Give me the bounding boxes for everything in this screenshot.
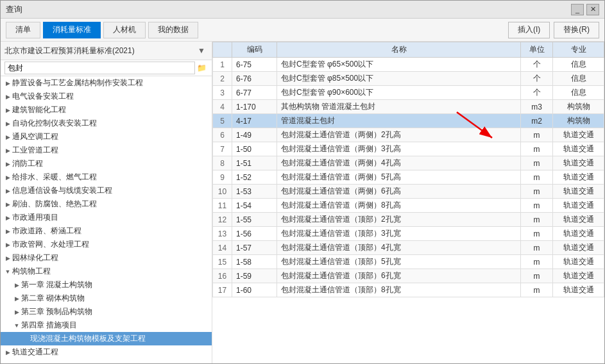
cell-code: 1-49: [232, 128, 277, 142]
tree-item[interactable]: ▶给排水、采暖、燃气工程: [1, 170, 212, 184]
tree-item-label: 第三章 预制品构筑物: [21, 306, 92, 317]
cell-prof: 轨道交通: [553, 142, 604, 156]
tree-item[interactable]: ▶第二章 砌体构筑物: [1, 292, 212, 305]
col-header-unit: 单位: [521, 42, 553, 58]
table-row[interactable]: 26-76包封C型套管 φ85×500以下个信息: [213, 72, 604, 86]
table-row[interactable]: 16-75包封C型套管 φ65×500以下个信息: [213, 58, 604, 72]
cell-unit: m: [521, 213, 553, 227]
table-row[interactable]: 121-55包封混凝土通信管道（顶部）2孔宽m轨道交通: [213, 213, 604, 227]
tab-wodeshuju[interactable]: 我的数据: [148, 22, 198, 38]
tree-item-label: 建筑智能化工程: [12, 104, 66, 115]
cell-code: 1-59: [232, 269, 277, 283]
cell-code: 1-50: [232, 142, 277, 156]
cell-code: 1-58: [232, 255, 277, 269]
tree-item[interactable]: ▶刷油、防腐蚀、绝热工程: [1, 197, 212, 211]
cell-prof: 轨道交通: [553, 156, 604, 170]
cell-code: 1-60: [232, 283, 277, 297]
table-row[interactable]: 101-53包封混凝土通信管道（两侧）6孔高m轨道交通: [213, 185, 604, 199]
insert-button[interactable]: 插入(I): [508, 22, 550, 38]
tree-toggle-icon: ▶: [3, 348, 12, 357]
folder-icon[interactable]: 📁: [195, 62, 208, 74]
tree-item[interactable]: ▶电气设备安装工程: [1, 90, 212, 103]
tree-toggle-icon: ▶: [12, 281, 21, 290]
tree-item[interactable]: 现浇混凝土构筑物模板及支架工程: [1, 332, 212, 345]
cell-code: 1-53: [232, 185, 277, 199]
tree-item-label: 刷油、防腐蚀、绝热工程: [12, 199, 97, 210]
table-row[interactable]: 131-56包封混凝土通信管道（顶部）3孔宽m轨道交通: [213, 227, 604, 241]
cell-unit: m: [521, 170, 553, 185]
tree-toggle-icon: ▶: [3, 240, 12, 249]
close-button[interactable]: ✕: [586, 4, 599, 15]
cell-row-num: 5: [213, 114, 232, 128]
tree-item[interactable]: ▶自动化控制仪表安装工程: [1, 117, 212, 130]
table-row[interactable]: 61-49包封混凝土通信管道（两侧）2孔高m轨道交通: [213, 128, 604, 142]
table-row[interactable]: 54-17管道混凝土包封m2构筑物: [213, 114, 604, 128]
tree-item[interactable]: ▶轨道交通工程: [1, 345, 212, 359]
tree-item[interactable]: ▶建筑智能化工程: [1, 103, 212, 117]
tree-item-label: 消防工程: [12, 158, 43, 169]
table-row[interactable]: 161-59包封混凝土通信管道（顶部）6孔宽m轨道交通: [213, 269, 604, 283]
tree-item-label: 给排水、采暖、燃气工程: [12, 172, 97, 183]
filter-input[interactable]: [4, 62, 195, 74]
dropdown-icon[interactable]: ▼: [195, 44, 208, 57]
table-row[interactable]: 91-52包封混凝土通信管道（两侧）5孔高m轨道交通: [213, 170, 604, 185]
tree-item[interactable]: ▶第一章 混凝土构筑物: [1, 278, 212, 292]
tree-toggle-icon: ▶: [3, 133, 12, 142]
tree-item[interactable]: ▶园林绿化工程: [1, 251, 212, 265]
table-row[interactable]: 41-170其他构筑物 管道混凝土包封m3构筑物: [213, 100, 604, 114]
tree-item-label: 市政管网、水处理工程: [12, 239, 89, 250]
table-row[interactable]: 36-77包封C型套管 φ90×600以下个信息: [213, 86, 604, 100]
tree-item[interactable]: ▶市政道路、桥涵工程: [1, 224, 212, 238]
tree-item[interactable]: ▶通风空调工程: [1, 130, 212, 144]
replace-button[interactable]: 替换(R): [554, 22, 599, 38]
cell-unit: m: [521, 227, 553, 241]
title-bar: 查询 _ ✕: [1, 1, 604, 19]
tab-qingdan[interactable]: 清单: [6, 22, 40, 38]
cell-unit: 个: [521, 86, 553, 100]
cell-name: 包封混凝土通信管道（顶部）5孔宽: [277, 255, 521, 269]
table-row[interactable]: 81-51包封混凝土通信管道（两侧）4孔高m轨道交通: [213, 156, 604, 170]
tree-item-label: 第一章 混凝土构筑物: [21, 279, 92, 290]
tree-toggle-icon: ▶: [3, 79, 12, 88]
table-row[interactable]: 111-54包封混凝土通信管道（两侧）8孔高m轨道交通: [213, 199, 604, 213]
minimize-button[interactable]: _: [571, 4, 584, 15]
table-row[interactable]: 151-58包封混凝土通信管道（顶部）5孔宽m轨道交通: [213, 255, 604, 269]
tree-item[interactable]: ▶市政管网、水处理工程: [1, 238, 212, 251]
tree-toggle-icon: [21, 335, 30, 343]
table-row[interactable]: 141-57包封混凝土通信管道（顶部）4孔宽m轨道交通: [213, 241, 604, 255]
cell-code: 1-56: [232, 227, 277, 241]
tree-item[interactable]: ▶第三章 预制品构筑物: [1, 305, 212, 318]
table-row[interactable]: 71-50包封混凝土通信管道（两侧）3孔高m轨道交通: [213, 142, 604, 156]
cell-row-num: 9: [213, 170, 232, 185]
database-label: 北京市建设工程预算消耗量标准(2021): [4, 46, 192, 56]
cell-unit: 个: [521, 72, 553, 86]
toolbar: 清单 消耗量标准 人材机 我的数据 插入(I) 替换(R): [1, 19, 604, 42]
tree-item[interactable]: ▶工业管道工程: [1, 144, 212, 157]
cell-prof: 构筑物: [553, 114, 604, 128]
tree-item[interactable]: ▼构筑物工程: [1, 265, 212, 278]
tree-item[interactable]: ▶市政通用项目: [1, 211, 212, 224]
cell-unit: m: [521, 255, 553, 269]
window-title: 查询: [6, 4, 22, 15]
cell-row-num: 11: [213, 199, 232, 213]
tree-item-label: 现浇混凝土构筑物模板及支架工程: [30, 333, 146, 344]
cell-name: 包封混凝土通信管道（顶部）4孔宽: [277, 241, 521, 255]
cell-name: 包封C型套管 φ90×600以下: [277, 86, 521, 100]
tab-xiaohaoliang[interactable]: 消耗量标准: [43, 22, 101, 38]
cell-prof: 轨道交通: [553, 283, 604, 297]
table-row[interactable]: 171-60包封混凝土通信管道（顶部）8孔宽m轨道交通: [213, 283, 604, 297]
tree-item-label: 通风空调工程: [12, 131, 58, 142]
tree-item[interactable]: ▶信息通信设备与线缆安装工程: [1, 184, 212, 197]
cell-unit: m: [521, 283, 553, 297]
tree-item-label: 信息通信设备与线缆安装工程: [12, 185, 112, 196]
cell-name: 管道混凝土包封: [277, 114, 521, 128]
cell-name: 包封混凝土通信管道（两侧）8孔高: [277, 199, 521, 213]
cell-prof: 构筑物: [553, 100, 604, 114]
table-container[interactable]: 编码 名称 单位 专业 16-75包封C型套管 φ65×500以下个信息26-7…: [212, 42, 604, 363]
tree-toggle-icon: ▶: [3, 254, 12, 263]
tree-item[interactable]: ▶消防工程: [1, 157, 212, 170]
tree-item[interactable]: ▼第四章 措施项目: [1, 318, 212, 332]
tab-rencaiji[interactable]: 人材机: [103, 22, 146, 38]
tree-container[interactable]: ▶静置设备与工艺金属结构制作安装工程▶电气设备安装工程▶建筑智能化工程▶自动化控…: [1, 76, 212, 363]
tree-item[interactable]: ▶静置设备与工艺金属结构制作安装工程: [1, 76, 212, 90]
